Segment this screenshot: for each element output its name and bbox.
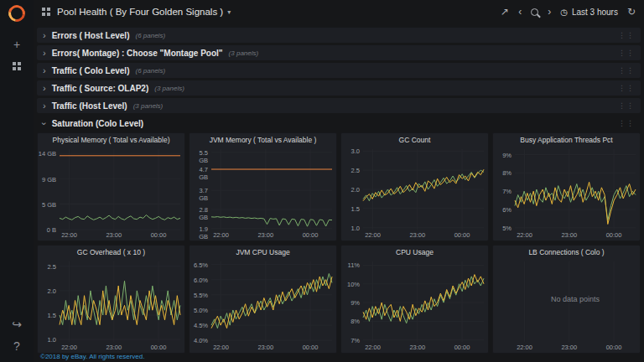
copyright-link[interactable]: ©2018 by eBay. All rights reserved. xyxy=(40,353,144,360)
row-panel-count: (6 panels) xyxy=(135,67,165,75)
panel-title[interactable]: GC Count xyxy=(341,133,488,146)
nav-actions: ↗ ‹ › ◷ Last 3 hours ↻ xyxy=(501,7,636,17)
sign-in-icon[interactable]: ↪ xyxy=(0,313,34,335)
clock-icon: ◷ xyxy=(560,8,568,17)
busy-threads-chart[interactable]: 9%8%7%6%5%22:0023:0000:00 xyxy=(493,146,640,240)
sidebar: + ↪ ? xyxy=(0,0,34,362)
drag-handle-icon[interactable]: ⋮⋮ xyxy=(618,66,635,75)
row-title: Saturation (Colo Level) xyxy=(52,119,143,128)
panel-title[interactable]: LB Connections ( Colo ) xyxy=(493,246,640,258)
gc-count-chart[interactable]: 3.02.52.01.51.022:0023:0000:00 xyxy=(341,146,488,240)
panel-gc-overhead: GC Overhead ( x 10 ) 2.52.01.51.022:0023… xyxy=(37,245,185,354)
chevron-right-icon[interactable]: › xyxy=(548,7,551,17)
chevron-right-icon: › xyxy=(43,49,46,58)
row-title: Traffic (Host Level) xyxy=(52,101,127,111)
dashboard-icon xyxy=(42,8,50,16)
drag-handle-icon[interactable]: ⋮⋮ xyxy=(618,31,635,39)
lb-connections-chart[interactable]: 22:0023:0000:00No data points xyxy=(493,258,640,353)
row-saturation-colo-level[interactable]: › Saturation (Colo Level) ⋮⋮ xyxy=(37,116,641,131)
panel-title[interactable]: CPU Usage xyxy=(341,246,488,258)
dashboard-rows: › Errors ( Host Level) (6 panels) ⋮⋮ › E… xyxy=(37,28,641,133)
row-errors-montage[interactable]: › Errors( Montage) : Choose "Montage Poo… xyxy=(37,45,641,60)
panel-grid: Physical Memory ( Total vs Available) 14… xyxy=(37,132,641,354)
top-nav: Pool Health ( By Four Golden Signals ) ▾… xyxy=(34,0,644,23)
panel-title[interactable]: JVM Memory ( Total vs Available ) xyxy=(190,133,336,146)
panel-cpu-usage: CPU Usage 11%10%9%8%7%22:0023:0000:00 xyxy=(340,245,489,354)
row-panel-count: (3 panels) xyxy=(154,85,184,92)
jvm-memory-chart[interactable]: 5.5 GB4.7 GB3.7 GB2.8 GB1.9 GB22:0023:00… xyxy=(190,146,336,240)
chevron-right-icon: › xyxy=(43,31,46,40)
grafana-logo-icon[interactable] xyxy=(5,2,29,25)
jvm-cpu-usage-chart[interactable]: 6.5%6.0%5.5%5.0%4.5%4.0%22:0023:0000:00 xyxy=(190,258,336,353)
physical-memory-chart[interactable]: 14 GB9 GB5 GB0 B22:0023:0000:00 xyxy=(38,146,184,240)
sidebar-bottom: ↪ ? xyxy=(0,313,34,357)
dashboard-title[interactable]: Pool Health ( By Four Golden Signals ) xyxy=(57,7,223,17)
caret-down-icon[interactable]: ▾ xyxy=(227,8,231,16)
refresh-icon[interactable]: ↻ xyxy=(627,7,636,17)
drag-handle-icon[interactable]: ⋮⋮ xyxy=(618,84,635,92)
row-title: Traffic ( Source: OLAP2) xyxy=(52,84,149,93)
drag-handle-icon[interactable]: ⋮⋮ xyxy=(618,49,635,57)
dashboards-grid-icon xyxy=(13,62,21,70)
create-plus-icon[interactable]: + xyxy=(0,34,34,55)
panel-jvm-memory: JVM Memory ( Total vs Available ) 5.5 GB… xyxy=(189,132,337,241)
panel-busy-threads: Busy Application Threads Pct 9%8%7%6%5%2… xyxy=(492,132,641,241)
panel-gc-count: GC Count 3.02.52.01.51.022:0023:0000:00 xyxy=(340,132,489,241)
dashboards-icon[interactable] xyxy=(0,55,34,77)
cpu-usage-chart[interactable]: 11%10%9%8%7%22:0023:0000:00 xyxy=(341,258,488,353)
row-errors-host-level[interactable]: › Errors ( Host Level) (6 panels) ⋮⋮ xyxy=(37,28,641,43)
time-range-label: Last 3 hours xyxy=(572,8,618,17)
time-range-picker[interactable]: ◷ Last 3 hours xyxy=(560,8,618,17)
row-title: Errors( Montage) : Choose "Montage Pool" xyxy=(52,49,223,58)
drag-handle-icon[interactable]: ⋮⋮ xyxy=(618,101,635,110)
row-panel-count: (3 panels) xyxy=(133,102,164,110)
chevron-left-icon[interactable]: ‹ xyxy=(518,7,522,17)
row-traffic-host-level[interactable]: › Traffic (Host Level) (3 panels) ⋮⋮ xyxy=(37,98,641,113)
panel-title[interactable]: Physical Memory ( Total vs Available) xyxy=(38,133,184,146)
drag-handle-icon[interactable]: ⋮⋮ xyxy=(618,119,635,127)
gc-overhead-chart[interactable]: 2.52.01.51.022:0023:0000:00 xyxy=(38,258,184,353)
share-icon[interactable]: ↗ xyxy=(501,7,509,17)
search-icon[interactable] xyxy=(531,8,538,16)
panel-jvm-cpu-usage: JVM CPU Usage 6.5%6.0%5.5%5.0%4.5%4.0%22… xyxy=(189,245,337,354)
row-title: Traffic ( Colo Level) xyxy=(52,66,130,75)
row-panel-count: (6 panels) xyxy=(135,32,165,39)
row-traffic-colo-level[interactable]: › Traffic ( Colo Level) (6 panels) ⋮⋮ xyxy=(37,63,641,78)
chevron-right-icon: › xyxy=(43,84,46,93)
row-panel-count: (3 panels) xyxy=(229,49,259,57)
panel-title[interactable]: JVM CPU Usage xyxy=(190,246,336,258)
row-traffic-source-olap2[interactable]: › Traffic ( Source: OLAP2) (3 panels) ⋮⋮ xyxy=(37,80,641,96)
row-title: Errors ( Host Level) xyxy=(52,31,130,40)
panel-title[interactable]: Busy Application Threads Pct xyxy=(493,133,640,146)
chevron-right-icon: › xyxy=(43,66,46,75)
chevron-right-icon: › xyxy=(43,101,46,111)
panel-title[interactable]: GC Overhead ( x 10 ) xyxy=(38,246,184,258)
chevron-down-icon: › xyxy=(39,122,49,125)
help-icon[interactable]: ? xyxy=(0,335,34,357)
panel-lb-connections: LB Connections ( Colo ) 22:0023:0000:00N… xyxy=(492,245,641,354)
panel-physical-memory: Physical Memory ( Total vs Available) 14… xyxy=(37,132,185,241)
